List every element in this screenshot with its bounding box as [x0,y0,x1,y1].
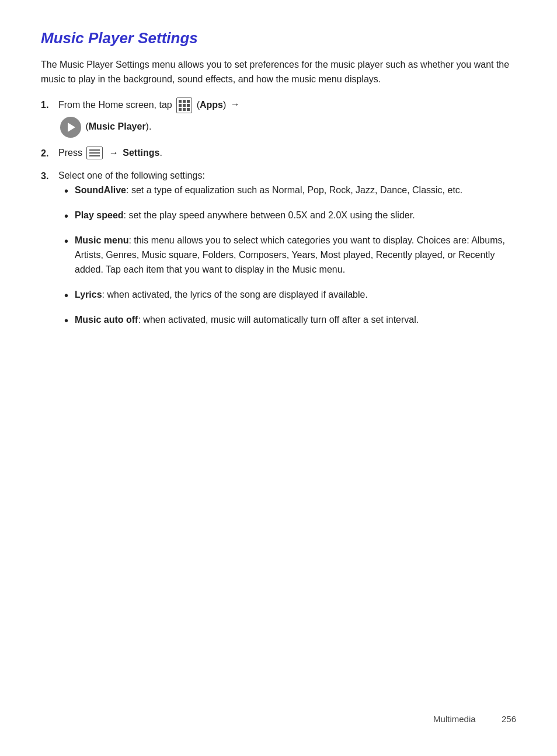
bullet-soundalive-text: SoundAlive: set a type of equalization s… [75,183,516,198]
bullet-dot-5: • [64,313,75,328]
step-2: 2. Press → Settings. [41,146,516,161]
menu-button-icon [86,147,103,159]
music-auto-off-term: Music auto off [75,315,138,325]
music-player-label: Music Player [89,120,146,134]
bullet-dot-2: • [64,208,75,223]
music-menu-desc: : this menu allows you to select which c… [75,235,505,274]
intro-paragraph: The Music Player Settings menu allows yo… [41,58,516,87]
step-3-number: 3. [41,169,58,184]
play-speed-desc: : set the play speed anywhere between 0.… [124,210,415,220]
bullet-dot-3: • [64,234,75,248]
step-3: 3. Select one of the following settings:… [41,169,516,337]
bullet-soundalive: • SoundAlive: set a type of equalization… [64,183,516,198]
step-3-content: Select one of the following settings: • … [58,169,516,337]
lyrics-term: Lyrics [75,290,102,299]
step-1-text-before: From the Home screen, tap [58,99,172,109]
bullet-play-speed-text: Play speed: set the play speed anywhere … [75,208,516,223]
soundalive-term: SoundAlive [75,185,126,195]
steps-list: 1. From the Home screen, tap (Apps) → (M… [41,97,516,338]
bullet-dot-4: • [64,288,75,302]
apps-icon [176,97,192,113]
arrow-icon-1: → [231,97,240,112]
page-title: Music Player Settings [41,29,516,47]
step-2-content: Press → Settings. [58,146,516,161]
step-2-number: 2. [41,146,58,161]
bullet-dot-1: • [64,183,75,198]
settings-label: Settings [123,148,159,158]
bullet-lyrics: • Lyrics: when activated, the lyrics of … [64,288,516,302]
bullet-music-auto-off-text: Music auto off: when activated, music wi… [75,313,516,328]
step-1-content: From the Home screen, tap (Apps) → (Musi… [58,97,516,138]
music-auto-off-desc: : when activated, music will automatical… [138,315,419,325]
apps-label: Apps [200,99,223,109]
page-footer: Multimedia 256 [433,714,516,724]
bullet-music-menu: • Music menu: this menu allows you to se… [64,234,516,277]
step-3-text: Select one of the following settings: [58,170,205,180]
settings-bullet-list: • SoundAlive: set a type of equalization… [64,183,516,327]
music-menu-term: Music menu [75,235,128,245]
footer-section: Multimedia [433,714,476,724]
step-1-sub: (Music Player). [58,117,516,138]
bullet-music-auto-off: • Music auto off: when activated, music … [64,313,516,328]
footer-page-number: 256 [502,714,516,724]
bullet-lyrics-text: Lyrics: when activated, the lyrics of th… [75,288,516,302]
play-speed-term: Play speed [75,210,124,220]
bullet-play-speed: • Play speed: set the play speed anywher… [64,208,516,223]
step-2-text-before: Press [58,148,82,158]
music-player-icon [60,117,81,138]
bullet-music-menu-text: Music menu: this menu allows you to sele… [75,234,516,277]
soundalive-desc: : set a type of equalization such as Nor… [126,185,462,195]
lyrics-desc: : when activated, the lyrics of the song… [102,290,368,299]
arrow-icon-2: → [109,146,119,161]
step-1-number: 1. [41,97,58,113]
step-1: 1. From the Home screen, tap (Apps) → (M… [41,97,516,138]
